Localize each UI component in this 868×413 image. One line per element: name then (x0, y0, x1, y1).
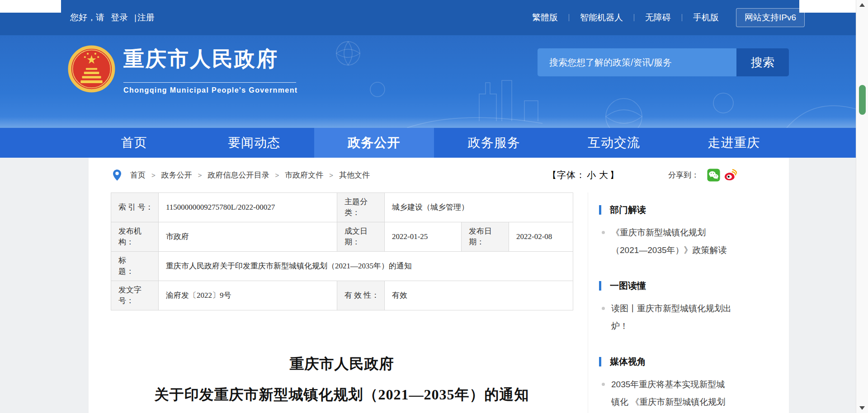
search-button[interactable]: 搜索 (736, 48, 789, 76)
traditional-chinese-link[interactable]: 繁體版 (521, 12, 569, 23)
doc-number-label: 发文字号： (111, 281, 159, 310)
topic-value: 城乡建设（城乡管理） (385, 193, 573, 222)
breadcrumb-directory[interactable]: 政府信息公开目录 (208, 170, 269, 180)
browser-corner-right (799, 0, 856, 13)
section-title: 媒体视角 (599, 356, 771, 368)
nav-item-services[interactable]: 政务服务 (434, 128, 554, 158)
index-number-value: 11500000009275780L/2022-00027 (159, 193, 337, 222)
document-title-line1: 重庆市人民政府 (111, 354, 573, 374)
section-title: 部门解读 (599, 204, 771, 216)
list-item[interactable]: 2035年重庆将基本实现新型城 镇化 《重庆市新型城镇化规划 （2021—203… (611, 375, 736, 413)
sidebar-section-infographic: 一图读懂 读图丨重庆市新型城镇化规划出 炉！ (599, 280, 771, 335)
breadcrumb-separator: > (275, 171, 279, 179)
breadcrumb-separator: > (329, 171, 333, 179)
doc-number-value: 渝府发〔2022〕9号 (159, 281, 337, 310)
site-logo[interactable]: 重庆市人民政府 Chongqing Municipal People's Gov… (68, 45, 298, 94)
font-label-suffix: 】 (610, 170, 619, 180)
section-title-text: 媒体视角 (610, 356, 646, 368)
scrollbar-thumb[interactable] (859, 85, 866, 115)
agency-value: 市政府 (159, 222, 337, 252)
document-meta-table: 索 引 号： 11500000009275780L/2022-00027 主题分… (111, 192, 573, 310)
section-accent-bar-icon (599, 281, 601, 291)
agency-label: 发布机构： (111, 222, 159, 252)
topic-label: 主题分类： (337, 193, 385, 222)
title-label: 标 题： (111, 252, 159, 281)
list-item-line: （2021—2035年）》政策解读 (611, 241, 736, 259)
browser-corner-left (0, 0, 61, 13)
list-item[interactable]: 读图丨重庆市新型城镇化规划出 炉！ (611, 300, 736, 335)
smart-robot-link[interactable]: 智能机器人 (569, 12, 634, 23)
divider (123, 82, 296, 83)
list-item-line: 《重庆市新型城镇化规划 (611, 224, 736, 241)
weibo-icon[interactable] (724, 169, 737, 182)
nav-item-gov-info[interactable]: 政务公开 (314, 128, 434, 158)
list-item-line: 镇化 《重庆市新型城镇化规划 (611, 393, 736, 411)
share-label: 分享到： (668, 170, 699, 180)
scrollbar[interactable] (856, 0, 868, 413)
publish-date-value: 2022-02-08 (509, 222, 573, 252)
sidebar-section-dept-interpretation: 部门解读 《重庆市新型城镇化规划 （2021—2035年）》政策解读 (599, 204, 771, 259)
breadcrumb-home[interactable]: 首页 (130, 170, 146, 180)
list-item[interactable]: 《重庆市新型城镇化规划 （2021—2035年）》政策解读 (611, 224, 736, 259)
validity-label: 有 效 性： (337, 281, 385, 310)
wechat-icon[interactable] (707, 169, 720, 182)
breadcrumb-separator: > (198, 171, 202, 179)
font-large-button[interactable]: 大 (599, 170, 609, 180)
page: 您好，请 登录 | 注册 繁體版 智能机器人 无障碍 手机版 网站支持IPv6 (0, 0, 868, 413)
greeting-text: 您好，请 (70, 12, 104, 23)
site-title: 重庆市人民政府 (123, 46, 298, 71)
main-column: 索 引 号： 11500000009275780L/2022-00027 主题分… (89, 192, 588, 413)
mobile-version-link[interactable]: 手机版 (682, 12, 730, 23)
page-body: 首页 > 政务公开 > 政府信息公开目录 > 市政府文件 > 其他文件 【字体：… (0, 158, 868, 413)
nav-item-home[interactable]: 首页 (74, 128, 194, 158)
search-bar: 搜索 (538, 48, 789, 76)
publish-date-label: 发布日期： (462, 222, 509, 252)
national-emblem-icon (68, 45, 115, 93)
section-title: 一图读懂 (599, 280, 771, 292)
scroll-down-icon[interactable] (856, 403, 868, 413)
section-accent-bar-icon (599, 357, 601, 366)
index-number-label: 索 引 号： (111, 193, 159, 222)
validity-value: 有效 (385, 281, 573, 310)
site-banner: 重庆市人民政府 Chongqing Municipal People's Gov… (0, 35, 868, 128)
list-item-line: 读图丨重庆市新型城镇化规划出 (611, 300, 736, 317)
list-item-line: （2021—2035年）》发布 (611, 411, 736, 413)
list-item-line: 炉！ (611, 317, 736, 335)
nav-item-about[interactable]: 走进重庆 (674, 128, 794, 158)
sidebar-section-media-view: 媒体视角 2035年重庆将基本实现新型城 镇化 《重庆市新型城镇化规划 （202… (599, 356, 771, 413)
breadcrumb-gov-info[interactable]: 政务公开 (161, 170, 192, 180)
accessibility-link[interactable]: 无障碍 (634, 12, 682, 23)
login-link[interactable]: 登录 (111, 12, 128, 23)
written-date-value: 2022-01-25 (385, 222, 462, 252)
font-small-button[interactable]: 小 (587, 170, 596, 180)
nav-item-interaction[interactable]: 互动交流 (554, 128, 674, 158)
ipv6-badge[interactable]: 网站支持IPv6 (736, 8, 805, 27)
search-input[interactable] (538, 48, 736, 76)
breadcrumb-city-docs[interactable]: 市政府文件 (285, 170, 323, 180)
nav-item-news[interactable]: 要闻动态 (194, 128, 314, 158)
written-date-label: 成文日期： (337, 222, 385, 252)
page-tools: 【字体：小大】 分享到： (547, 169, 789, 182)
sidebar: 部门解读 《重庆市新型城镇化规划 （2021—2035年）》政策解读 一图读懂 (588, 192, 789, 413)
breadcrumb-other-docs[interactable]: 其他文件 (339, 170, 370, 180)
table-row: 发布机构： 市政府 成文日期： 2022-01-25 发布日期： 2022-02… (111, 222, 573, 252)
content-card: 首页 > 政务公开 > 政府信息公开目录 > 市政府文件 > 其他文件 【字体：… (89, 158, 789, 413)
document-header: 重庆市人民政府 关于印发重庆市新型城镇化规划（2021—2035年）的通知 渝府… (111, 354, 573, 413)
table-row: 标 题： 重庆市人民政府关于印发重庆市新型城镇化规划（2021—2035年）的通… (111, 252, 573, 281)
breadcrumb: 首页 > 政务公开 > 政府信息公开目录 > 市政府文件 > 其他文件 (130, 170, 370, 180)
site-subtitle: Chongqing Municipal People's Government (123, 86, 298, 94)
font-size-control: 【字体：小大】 (547, 169, 619, 181)
main-nav: 首页 要闻动态 政务公开 政务服务 互动交流 走进重庆 (0, 128, 868, 158)
section-title-text: 一图读懂 (610, 280, 646, 292)
location-pin-icon (113, 169, 121, 181)
section-title-text: 部门解读 (610, 204, 646, 216)
topbar: 您好，请 登录 | 注册 繁體版 智能机器人 无障碍 手机版 网站支持IPv6 (0, 0, 868, 35)
list-item-line: 2035年重庆将基本实现新型城 (611, 375, 736, 393)
scroll-up-icon[interactable] (856, 0, 868, 10)
register-link[interactable]: 注册 (137, 12, 155, 23)
breadcrumb-separator: > (151, 171, 156, 179)
breadcrumb-row: 首页 > 政务公开 > 政府信息公开目录 > 市政府文件 > 其他文件 【字体：… (89, 158, 789, 192)
document-title-line2: 关于印发重庆市新型城镇化规划（2021—2035年）的通知 (111, 385, 573, 405)
table-row: 索 引 号： 11500000009275780L/2022-00027 主题分… (111, 193, 573, 222)
share-group: 分享到： (668, 169, 737, 182)
